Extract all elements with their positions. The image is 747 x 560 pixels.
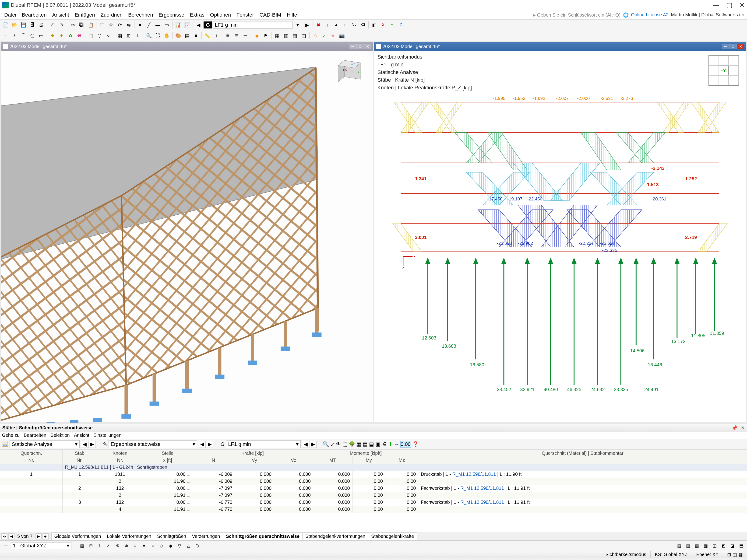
page-first[interactable]: ⏮ <box>1 533 7 539</box>
save-icon[interactable]: 💾 <box>19 21 28 29</box>
copy-icon[interactable]: ⿻ <box>77 21 86 29</box>
menu-berechnen[interactable]: Berechnen <box>125 12 156 18</box>
doc-header-3d[interactable]: 2022.03 Modell gesamt.rf6* — □ ✕ <box>1 42 373 51</box>
undo-icon[interactable]: ↶ <box>48 21 57 29</box>
doc-max-icon[interactable]: □ <box>729 44 737 49</box>
menu-einfuegen[interactable]: Einfügen <box>72 12 98 18</box>
analysis-prev[interactable]: ◀ <box>81 441 88 448</box>
bp-menu-sel[interactable]: Selektion <box>50 433 70 438</box>
wiz2-icon[interactable]: ✦ <box>57 31 66 40</box>
st-r1-icon[interactable]: ▤ <box>675 542 683 550</box>
del-icon[interactable]: ✕ <box>329 31 337 40</box>
bp-res-icon[interactable]: ✎ <box>103 441 107 447</box>
view-x-icon[interactable]: X <box>379 21 387 29</box>
tab-schnittq[interactable]: Schnittgrößen querschnittsweise <box>223 532 303 540</box>
move-icon[interactable]: ✥ <box>107 21 115 29</box>
menu-fenster[interactable]: Fenster <box>234 12 257 18</box>
st-r2-icon[interactable]: ▥ <box>684 542 692 550</box>
st-f-icon[interactable]: ⊕ <box>122 542 130 550</box>
tab-stabendv[interactable]: Stabendgelenkverformungen <box>302 532 368 540</box>
table-row[interactable]: 211.90 ⟂-6.0090.0000.0000.0000.000.00 <box>0 478 747 485</box>
lf-prev[interactable]: ◀ <box>302 441 309 448</box>
bp-t10-icon[interactable]: 🖨 <box>382 441 387 447</box>
st-r4-icon[interactable]: ▩ <box>702 542 710 550</box>
maximize-button[interactable]: ▢ <box>726 1 732 9</box>
bp-t1-icon[interactable]: 🔍 <box>323 441 329 447</box>
lf-selector[interactable]: LF1 g min <box>213 21 292 29</box>
bp-t5-icon[interactable]: 🌳 <box>349 441 355 447</box>
menu-bearbeiten[interactable]: Bearbeiten <box>19 12 49 18</box>
doc-min-icon[interactable]: — <box>722 44 729 49</box>
st-r3-icon[interactable]: ▦ <box>693 542 701 550</box>
doc-close-icon[interactable]: ✕ <box>737 44 744 49</box>
st-snap6-icon[interactable]: ⬡ <box>193 542 201 550</box>
wiz3-icon[interactable]: ✿ <box>66 31 75 40</box>
info-icon[interactable]: ℹ <box>212 31 221 40</box>
status-i3-icon[interactable]: ▦ <box>738 552 743 557</box>
rotate-icon[interactable]: ⟳ <box>115 21 124 29</box>
arc-icon[interactable]: ⌒ <box>19 31 28 40</box>
zoom-fit-icon[interactable]: ⛶ <box>154 31 162 40</box>
wiz1-icon[interactable]: ★ <box>48 31 57 40</box>
zoom-in-icon[interactable]: 🔍 <box>145 31 153 40</box>
analysis-select[interactable]: Statische Analyse▾ <box>9 440 80 448</box>
bp-icon[interactable]: 🧮 <box>2 441 8 447</box>
tb-d-icon[interactable]: ◫ <box>300 31 308 40</box>
table-row[interactable]: 211.91 ⟂-7.0970.0000.0000.0000.000.00 <box>0 492 747 499</box>
pan-icon[interactable]: ✋ <box>162 31 171 40</box>
table-row[interactable]: 21320.00 ⟂-7.0970.0000.0000.0000.000.00F… <box>0 485 747 492</box>
panel-close-icon[interactable]: ✕ <box>741 425 745 431</box>
menu-extras[interactable]: Extras <box>187 12 207 18</box>
viewport-forces[interactable]: Sichtbarkeitsmodus LF1 - g min Statische… <box>374 51 746 423</box>
view-z-icon[interactable]: Z <box>396 21 405 29</box>
bp-menu-edit[interactable]: Bearbeiten <box>24 433 47 438</box>
menu-zuordnen[interactable]: Zuordnen <box>98 12 125 18</box>
bp-menu-view[interactable]: Ansicht <box>74 433 89 438</box>
poly-icon[interactable]: ⬠ <box>28 31 36 40</box>
bp-t8-icon[interactable]: ⬓ <box>369 441 374 447</box>
paste-icon[interactable]: 📋 <box>86 21 95 29</box>
lf-next-icon[interactable]: ▶ <box>303 21 311 29</box>
viewport-3d[interactable]: +Z -Y +X <box>1 51 373 423</box>
st-d-icon[interactable]: ∠ <box>105 542 112 550</box>
node-icon[interactable]: ● <box>136 21 144 29</box>
menu-optionen[interactable]: Optionen <box>207 12 234 18</box>
tab-lokale[interactable]: Lokale Verformungen <box>104 532 154 540</box>
nav-cube[interactable]: +Z -Y +X <box>335 55 366 86</box>
lf-dropdown-icon[interactable]: ▾ <box>293 21 302 29</box>
st-r5-icon[interactable]: ◫ <box>711 542 719 550</box>
coordsys-select[interactable]: 1 - Global XYZ▾ <box>11 542 72 549</box>
ln-icon[interactable]: / <box>10 31 19 40</box>
bp-t3-icon[interactable]: 👁 <box>336 441 341 447</box>
bp-t13-icon[interactable]: 0.00 <box>400 441 411 448</box>
tb-c-icon[interactable]: ▩ <box>291 31 299 40</box>
bp-t9-icon[interactable]: ▣ <box>376 441 380 447</box>
sel-circ-icon[interactable]: ○ <box>104 31 112 40</box>
tb-a-icon[interactable]: ▦ <box>273 31 281 40</box>
render-icon[interactable]: 🎨 <box>174 31 182 40</box>
table-row[interactable]: 411.91 ⟂-6.7700.0000.0000.0000.000.00 <box>0 506 747 513</box>
view-iso-icon[interactable]: ◧ <box>370 21 379 29</box>
lf-prev-icon[interactable]: ◀ <box>194 21 203 29</box>
color-icon[interactable]: ◆ <box>253 31 261 40</box>
results-select[interactable]: Ergebnisse stabweise▾ <box>108 440 197 448</box>
sel-poly-icon[interactable]: ⬡ <box>95 31 104 40</box>
number-icon[interactable]: № <box>350 21 358 29</box>
member-icon[interactable]: ▬ <box>154 21 162 29</box>
st-snap1-icon[interactable]: ⬦ <box>149 542 157 550</box>
new-icon[interactable]: 📄 <box>1 21 10 29</box>
menu-datei[interactable]: Datei <box>1 12 19 18</box>
rect-icon[interactable]: ▭ <box>37 31 45 40</box>
cs-icon[interactable]: ⊹ <box>2 542 10 550</box>
results-table[interactable]: Querschn. Stab Knoten Stelle Kräfte [kip… <box>0 450 747 532</box>
keyword-hint[interactable]: ▸ Geben Sie ein Schlüsselwort ein (Alt+Q… <box>534 12 620 18</box>
bp-lf-select[interactable]: LF1 g min▾ <box>226 440 301 448</box>
st-a-icon[interactable]: ▦ <box>78 542 86 550</box>
results-next[interactable]: ▶ <box>206 441 213 448</box>
bp-menu-goto[interactable]: Gehe zu <box>2 433 20 438</box>
page-prev[interactable]: ◀ <box>8 533 15 539</box>
ortho-icon[interactable]: ⊥ <box>133 31 142 40</box>
bp-t2-icon[interactable]: ⤢ <box>330 441 335 447</box>
mirror-icon[interactable]: ⇋ <box>124 21 133 29</box>
page-last[interactable]: ⏭ <box>43 533 49 539</box>
